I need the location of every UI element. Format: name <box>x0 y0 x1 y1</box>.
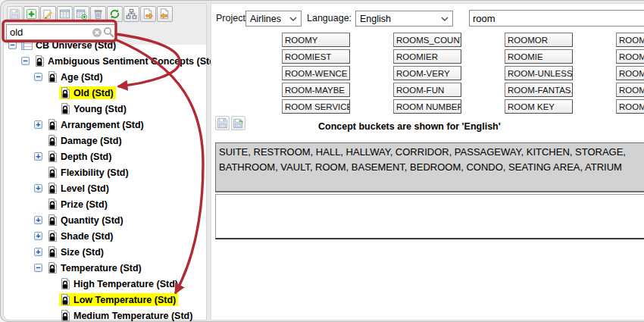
grid-button[interactable] <box>57 6 73 22</box>
term-button[interactable]: ROOMY <box>282 33 350 47</box>
grid-add-button[interactable] <box>73 6 89 22</box>
tree-item[interactable]: +Depth (Std) <box>4 148 206 164</box>
tree-item[interactable]: −Temperature (Std) <box>4 260 206 276</box>
language-select[interactable]: English <box>355 11 453 27</box>
term-button[interactable]: ROOM-MAYBE <box>282 83 350 97</box>
tree-item[interactable]: +Level (Std) <box>4 180 206 196</box>
term-button[interactable]: ROOM- <box>616 66 644 80</box>
term-button[interactable]: ROOM-VERY <box>393 66 461 80</box>
collapse-icon[interactable]: − <box>8 41 17 49</box>
tree-item[interactable]: Medium Temperature (Std) <box>4 308 206 322</box>
project-select[interactable]: Airlines <box>245 11 302 27</box>
tree-item[interactable]: −Age (Std) <box>4 69 206 85</box>
save-icon <box>9 8 20 20</box>
tree-item[interactable]: Flexibility (Std) <box>4 164 206 180</box>
locked-concept-icon <box>60 87 70 98</box>
save-button[interactable] <box>7 6 23 22</box>
locked-concept-icon <box>47 151 58 162</box>
tree-item[interactable]: +Shade (Std) <box>4 228 206 244</box>
export-button[interactable] <box>140 6 156 22</box>
save-as-bucket-icon <box>233 117 244 129</box>
language-select-value: English <box>360 14 391 24</box>
save-bucket-button[interactable] <box>215 116 230 130</box>
locked-concept-icon <box>47 135 58 146</box>
import-button[interactable] <box>157 6 173 22</box>
tree-item-label: Quantity (Std) <box>61 215 123 226</box>
tree-item-label: Flexibility (Std) <box>61 167 129 178</box>
term-button[interactable]: ROOMIEST <box>282 49 350 64</box>
tree-item-label: CB Universe (Std) <box>36 40 116 51</box>
term-button[interactable]: ROOM SERVICE <box>282 99 350 114</box>
magnifier-icon[interactable] <box>103 27 114 38</box>
tree-item-label: Prize (Std) <box>61 199 108 210</box>
tree-item[interactable]: High Temperature (Std) <box>4 276 206 292</box>
tree-item-label: Young (Std) <box>73 104 127 114</box>
locked-concept-icon <box>47 199 58 210</box>
tree-item-label: Level (Std) <box>61 183 109 194</box>
locked-concept-icon <box>60 278 70 289</box>
concept-tree: −CB Universe (Std)−Ambiguous Sentiment C… <box>4 37 206 322</box>
tree-item[interactable]: Low Temperature (Std) <box>4 292 206 308</box>
term-search-input[interactable] <box>469 10 644 27</box>
term-button[interactable]: ROOM- <box>616 83 644 97</box>
tree-item-label: Age (Std) <box>61 72 103 83</box>
locked-concept-icon <box>47 119 58 130</box>
collapse-icon[interactable]: − <box>34 73 42 81</box>
tree-item-label: Old (Std) <box>73 88 114 98</box>
tree-item[interactable]: −Ambiguous Sentiment Concepts (Std) <box>4 53 206 69</box>
edit-button[interactable] <box>40 6 56 22</box>
tree-item[interactable]: Prize (Std) <box>4 196 206 212</box>
delete-button[interactable] <box>90 6 106 22</box>
tree-toolbar <box>7 6 173 22</box>
refresh-button[interactable] <box>107 6 123 22</box>
tree-item[interactable]: +Quantity (Std) <box>4 212 206 228</box>
clear-search-icon[interactable] <box>92 27 102 38</box>
term-button[interactable]: ROOM-FUN <box>393 83 461 97</box>
term-button[interactable]: ROOM NUMBER <box>393 99 461 114</box>
tree-item[interactable]: −CB Universe (Std) <box>4 37 206 53</box>
tree-item[interactable]: +Arrangement (Std) <box>4 117 206 133</box>
term-button[interactable]: ROOMO <box>616 33 644 47</box>
refresh-icon <box>109 8 120 20</box>
expand-icon[interactable]: + <box>34 248 42 256</box>
save-as-bucket-button[interactable] <box>231 116 245 130</box>
bucket-toolbar <box>215 116 245 130</box>
expand-icon[interactable]: + <box>34 232 42 240</box>
expand-icon[interactable]: + <box>34 184 42 192</box>
bucket-empty-box[interactable] <box>215 194 644 239</box>
export-icon <box>142 8 154 20</box>
add-icon <box>26 8 37 20</box>
expand-icon[interactable]: + <box>34 216 42 224</box>
term-button[interactable]: ROOM KEY <box>505 99 573 114</box>
tree-item-label: Size (Std) <box>61 247 104 258</box>
term-button[interactable]: ROOMS_COUNT <box>393 33 461 47</box>
term-button[interactable]: ROOMIER <box>393 49 461 64</box>
expand-icon[interactable]: + <box>34 120 42 129</box>
tree-item-label: Depth (Std) <box>61 152 111 162</box>
term-button[interactable]: ROOM-FANTAS.. <box>505 83 573 97</box>
tree-item[interactable]: Young (Std) <box>4 101 206 117</box>
locked-concept-icon <box>47 246 58 258</box>
term-button[interactable]: ROOMOR <box>505 33 573 47</box>
term-button[interactable]: ROOME <box>616 49 644 64</box>
grid-add-icon <box>76 8 87 20</box>
collapse-icon[interactable]: − <box>21 57 30 65</box>
tree-item[interactable]: +Size (Std) <box>4 244 206 260</box>
tree-item[interactable]: Old (Std) <box>4 85 206 101</box>
term-button[interactable]: ROOM-WENCE <box>282 66 350 80</box>
bucket-terms-box[interactable]: SUITE, RESTROOM, HALL, HALLWAY, CORRIDOR… <box>215 142 644 192</box>
locked-concept-icon <box>47 183 58 194</box>
term-button[interactable]: ROOM-UNLESS <box>505 66 573 80</box>
tree-item[interactable]: Damage (Std) <box>4 133 206 148</box>
concept-tree-panel: −CB Universe (Std)−Ambiguous Sentiment C… <box>3 3 207 320</box>
term-button[interactable]: ROOMIE <box>505 49 573 64</box>
collapse-icon[interactable]: − <box>34 264 42 272</box>
grid-icon <box>59 8 70 20</box>
edit-icon <box>42 8 54 20</box>
term-button[interactable]: ROOM <box>616 99 644 114</box>
tree-item-label: Low Temperature (Std) <box>73 295 176 305</box>
expand-icon[interactable]: + <box>34 152 42 161</box>
hierarchy-button[interactable] <box>123 6 139 22</box>
add-button[interactable] <box>23 6 39 22</box>
locked-concept-icon <box>47 167 58 178</box>
